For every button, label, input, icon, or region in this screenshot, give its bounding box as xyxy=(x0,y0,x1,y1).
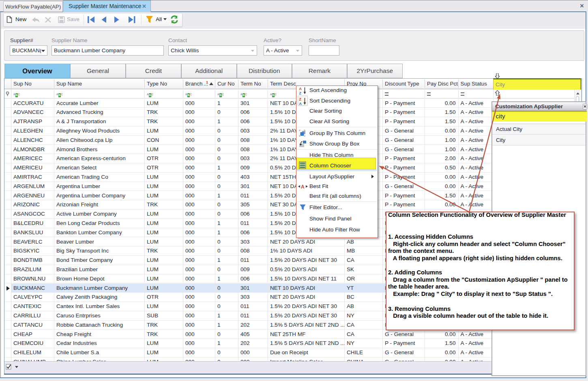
svg-text:A: A xyxy=(299,101,302,105)
svg-text:A: A xyxy=(299,87,302,91)
svg-text:A: A xyxy=(301,184,305,190)
svg-text:Z: Z xyxy=(299,91,302,95)
svg-text:Z: Z xyxy=(299,97,302,101)
